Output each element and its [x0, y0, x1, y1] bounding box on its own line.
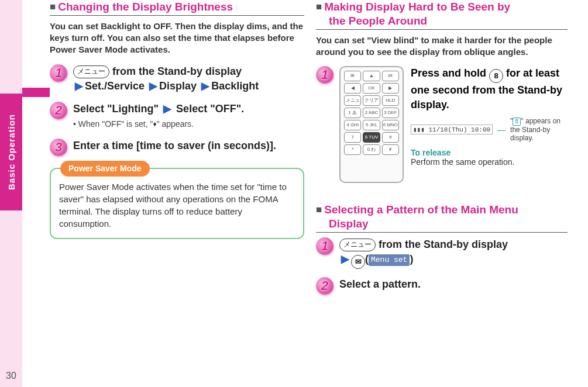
phone-illustration-block: ✉ ▲ iR ◀ OK ▶ メニュー クリア HLD 1 あ 2 ABC 3 D… — [339, 66, 568, 183]
section-intro: You can set Backlight to OFF. Then the d… — [50, 20, 304, 56]
key-8-icon: 8 — [489, 69, 503, 83]
mail-key-icon: ✉ — [351, 255, 365, 269]
lcd-readout: ▮▮▮ 11/18(Thu) 10:00 — [411, 125, 493, 134]
square-bullet-icon: ■ — [316, 1, 322, 12]
release-note: Perform the same operation. — [411, 157, 568, 167]
power-saver-box: Power Saver Mode Power Saver Mode activa… — [50, 168, 304, 239]
step-number-badge: 2 — [316, 277, 333, 295]
step-body: メニュー from the Stand-by display ▶Set./Ser… — [73, 64, 304, 94]
step-number-badge: 1 — [316, 66, 333, 84]
step-2: 2 Select "Lighting" ▶ Select "OFF". • Wh… — [50, 102, 304, 130]
arrow-icon: ▶ — [161, 103, 173, 115]
step-number-badge: 3 — [50, 139, 67, 156]
step-body: Select "Lighting" ▶ Select "OFF". • When… — [73, 102, 304, 130]
step-3: 3 Enter a time [time to saver (in second… — [50, 139, 304, 156]
step-number-badge: 1 — [316, 237, 333, 255]
right-column: ■Making Display Hard to Be Seen by the P… — [313, 0, 573, 387]
phone-illustration: ✉ ▲ iR ◀ OK ▶ メニュー クリア HLD 1 あ 2 ABC 3 D… — [339, 66, 404, 183]
phone-key: 2 ABC — [363, 108, 380, 118]
phone-key: ✉ — [344, 71, 361, 81]
step-note: • When "OFF" is set, "♦" appears. — [73, 119, 304, 130]
phone-key: クリア — [363, 95, 380, 106]
phone-key: 5 JKL — [363, 120, 380, 130]
menu-set-chip: Menu set — [369, 254, 410, 266]
pointer-line-icon: — — [497, 125, 506, 134]
section-title-brightness: ■Changing the Display Brightness — [50, 0, 304, 16]
step-1: 1 ✉ ▲ iR ◀ OK ▶ メニュー クリア HLD 1 あ 2 ABC — [316, 66, 568, 195]
step-body: Select a pattern. — [339, 277, 568, 295]
arrow-icon: ▶ — [200, 80, 211, 92]
step-body: Enter a time [time to saver (in seconds)… — [73, 139, 304, 156]
phone-key: 6 MNO — [382, 120, 399, 130]
step-1: 1 メニュー from the Stand-by display ▶Set./S… — [50, 64, 304, 94]
power-saver-tag: Power Saver Mode — [60, 161, 150, 177]
release-heading: To release — [411, 148, 568, 157]
phone-key: ◀ — [344, 83, 361, 94]
phone-key: 9 WXYZ — [382, 132, 399, 143]
step-number-badge: 1 — [50, 64, 67, 82]
phone-key: iR — [382, 71, 399, 81]
phone-key: ＃ — [382, 144, 399, 155]
side-tab-basic-operation: Basic Operation — [0, 94, 22, 210]
phone-key-highlighted: 8 TUV — [363, 132, 380, 143]
phone-key: HLD — [382, 95, 399, 106]
step-2: 2 Select a pattern. — [316, 277, 568, 295]
menu-key-icon: メニュー — [73, 65, 109, 78]
page-number: 30 — [0, 371, 22, 381]
step-description: Press and hold 8 for at least one second… — [411, 66, 568, 183]
accent-bar — [22, 88, 50, 97]
view-blind-icon: 8 — [513, 118, 521, 126]
side-tab-label: Basic Operation — [6, 114, 16, 190]
phone-key: ▲ — [363, 71, 380, 81]
arrow-icon: ▶ — [73, 80, 85, 92]
step-body: メニュー from the Stand-by display ▶✉(Menu s… — [339, 237, 568, 269]
menu-key-icon: メニュー — [339, 239, 376, 251]
phone-key: 7 PQRS — [344, 132, 361, 143]
page-content: ■Changing the Display Brightness You can… — [50, 0, 582, 387]
step-number-badge: 2 — [50, 102, 67, 119]
step-1: 1 メニュー from the Stand-by display ▶✉(Menu… — [316, 237, 568, 269]
phone-key: OK — [363, 83, 380, 94]
power-saver-text: Power Saver Mode activates when the time… — [59, 182, 287, 229]
square-bullet-icon: ■ — [50, 1, 56, 12]
phone-key: ▶ — [382, 83, 399, 94]
phone-key: 3 DEF — [382, 108, 399, 118]
phone-key: メニュー — [344, 95, 361, 106]
phone-key: 0 わ — [363, 144, 380, 155]
left-column: ■Changing the Display Brightness You can… — [50, 0, 310, 387]
square-bullet-icon: ■ — [316, 204, 322, 215]
arrow-icon: ▶ — [147, 80, 159, 92]
phone-key: 1 あ — [344, 108, 361, 118]
section-title-menu-pattern: ■Selecting a Pattern of the Main Menu Di… — [316, 203, 568, 233]
section-title-view-blind: ■Making Display Hard to Be Seen by the P… — [316, 0, 568, 30]
phone-key: 4 GHI — [344, 120, 361, 130]
section-intro: You can set "View blind" to make it hard… — [316, 34, 568, 58]
status-line: ▮▮▮ 11/18(Thu) 10:00 — "8" appears on th… — [411, 117, 568, 142]
arrow-icon: ▶ — [339, 253, 351, 265]
phone-key: ＊ — [344, 144, 361, 155]
